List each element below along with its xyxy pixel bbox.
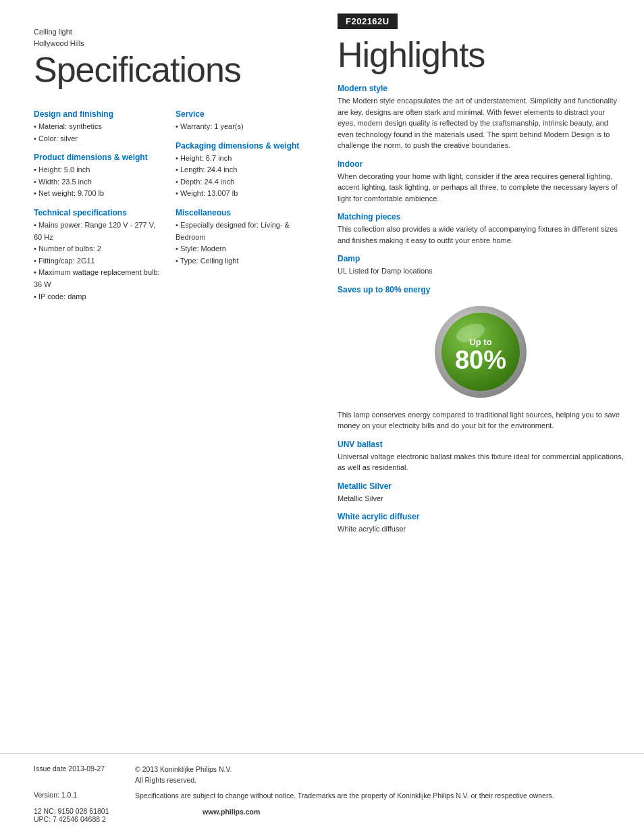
svg-text:80%: 80% <box>455 346 506 374</box>
page-title: Specifications <box>34 51 304 89</box>
list-item: Warranty: 1 year(s) <box>176 121 304 133</box>
footer-row-nc: 12 NC: 9150 028 61801 UPC: 7 42546 04688… <box>34 807 610 823</box>
packaging-dimensions-list: Height: 6.7 inch Length: 24.4 inch Depth… <box>176 153 304 200</box>
energy-saving-heading: Saves up to 80% energy <box>338 285 624 294</box>
service-heading: Service <box>176 109 304 119</box>
product-category: Ceiling light <box>34 27 304 37</box>
modern-style-heading: Modern style <box>338 84 624 93</box>
footer: Issue date 2013-09-27 © 2013 Koninklijke… <box>0 753 644 834</box>
left-secondary-specs: Service Warranty: 1 year(s) Packaging di… <box>176 101 304 303</box>
list-item: Number of bulbs: 2 <box>34 243 162 255</box>
list-item: Style: Modern <box>176 243 304 255</box>
main-content: Ceiling light Hollywood Hills Specificat… <box>0 0 644 753</box>
list-item: Fitting/cap: 2G11 <box>34 255 162 267</box>
indoor-text: When decorating your home with light, co… <box>338 171 624 205</box>
footer-website[interactable]: www.philips.com <box>203 807 260 823</box>
footer-nc-upc: 12 NC: 9150 028 61801 UPC: 7 42546 04688… <box>34 807 182 823</box>
miscellaneous-list: Especially designed for: Living- & Bedro… <box>176 219 304 267</box>
matching-pieces-text: This collection also provides a wide var… <box>338 224 624 246</box>
footer-row-issue: Issue date 2013-09-27 © 2013 Koninklijke… <box>34 764 610 786</box>
energy-badge-icon: Up to 80% <box>433 305 528 399</box>
damp-text: UL Listed for Damp locations <box>338 265 624 277</box>
model-badge: F202162U <box>338 14 398 29</box>
list-item: Height: 5.0 inch <box>34 164 162 176</box>
left-main-specs: Design and finishing Material: synthetic… <box>34 101 162 303</box>
matching-pieces-heading: Matching pieces <box>338 212 624 221</box>
unv-ballast-text: Universal voltage electronic ballast mak… <box>338 451 624 473</box>
list-item: Weight: 13.007 lb <box>176 188 304 200</box>
packaging-dimensions-heading: Packaging dimensions & weight <box>176 141 304 151</box>
miscellaneous-heading: Miscellaneous <box>176 208 304 217</box>
unv-ballast-heading: UNV ballast <box>338 440 624 449</box>
product-dimensions-heading: Product dimensions & weight <box>34 153 162 162</box>
energy-badge-container: Up to 80% <box>338 305 624 399</box>
metallic-silver-heading: Metallic Silver <box>338 481 624 491</box>
technical-specs-heading: Technical specifications <box>34 208 162 217</box>
technical-specs-list: Mains power: Range 120 V - 277 V, 60 Hz … <box>34 219 162 303</box>
list-item: Net weight: 9.700 lb <box>34 188 162 200</box>
metallic-silver-text: Metallic Silver <box>338 493 624 504</box>
design-finishing-list: Material: synthetics Color: silver <box>34 121 162 145</box>
footer-issue-label: Issue date 2013-09-27 <box>34 764 115 786</box>
design-finishing-heading: Design and finishing <box>34 109 162 119</box>
white-acrylic-text: White acrylic diffuser <box>338 523 624 535</box>
damp-heading: Damp <box>338 254 624 263</box>
service-list: Warranty: 1 year(s) <box>176 121 304 133</box>
energy-text: This lamp conserves energy compared to t… <box>338 409 624 432</box>
footer-row-version: Version: 1.0.1 Specifications are subjec… <box>34 791 610 802</box>
left-sections-wrapper: Design and finishing Material: synthetic… <box>34 101 304 303</box>
product-name: Hollywood Hills <box>34 38 304 49</box>
list-item: Material: synthetics <box>34 121 162 133</box>
list-item: Depth: 24.4 inch <box>176 176 304 188</box>
list-item: Type: Ceiling light <box>176 255 304 267</box>
modern-style-text: The Modern style encapsulates the art of… <box>338 95 624 151</box>
white-acrylic-heading: White acrylic diffuser <box>338 512 624 521</box>
list-item: Color: silver <box>34 133 162 145</box>
list-item: Especially designed for: Living- & Bedro… <box>176 219 304 243</box>
indoor-heading: Indoor <box>338 159 624 169</box>
list-item: IP code: damp <box>34 291 162 303</box>
right-column: F202162U Highlights Modern style The Mod… <box>324 14 644 753</box>
product-dimensions-list: Height: 5.0 inch Width: 23.5 inch Net we… <box>34 164 162 200</box>
footer-version-label: Version: 1.0.1 <box>34 791 115 802</box>
footer-copyright: © 2013 Koninklijke Philips N.V. All Righ… <box>135 764 232 786</box>
list-item: Height: 6.7 inch <box>176 153 304 165</box>
page-container: Ceiling light Hollywood Hills Specificat… <box>0 0 644 834</box>
list-item: Mains power: Range 120 V - 277 V, 60 Hz <box>34 219 162 243</box>
list-item: Width: 23.5 inch <box>34 176 162 188</box>
left-column: Ceiling light Hollywood Hills Specificat… <box>0 14 324 753</box>
footer-disclaimer: Specifications are subject to change wit… <box>135 791 554 802</box>
list-item: Maximum wattage replacement bulb: 36 W <box>34 267 162 290</box>
highlights-title: Highlights <box>338 36 624 74</box>
list-item: Length: 24.4 inch <box>176 164 304 176</box>
